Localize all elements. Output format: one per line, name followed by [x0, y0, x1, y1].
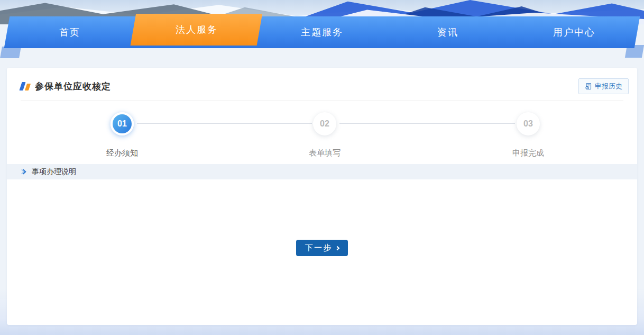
declaration-history-label: 申报历史 — [595, 82, 622, 91]
nav-tab-label: 资讯 — [437, 26, 458, 39]
next-step-label: 下一步 — [305, 243, 332, 253]
nav-bar: 首页 法人服务 主题服务 资讯 用户中心 — [4, 16, 640, 48]
page-title: 参保单位应收核定 — [35, 80, 111, 93]
document-history-icon — [585, 83, 592, 90]
nav-tab-label: 首页 — [59, 26, 80, 39]
nav-tab-news[interactable]: 资讯 — [382, 16, 514, 48]
step-label-2: 表单填写 — [282, 148, 367, 158]
step-circle-3: 03 — [517, 112, 540, 135]
chevron-right-icon — [335, 246, 339, 250]
section-toggle-instructions[interactable]: 事项办理说明 — [7, 164, 637, 179]
double-chevron-right-icon — [20, 168, 27, 176]
next-step-button[interactable]: 下一步 — [296, 240, 348, 256]
main-navigation: 首页 法人服务 主题服务 资讯 用户中心 — [0, 0, 644, 59]
nav-tab-label: 主题服务 — [301, 26, 343, 39]
nav-decorative-tail-left — [0, 47, 21, 58]
nav-tab-label: 用户中心 — [553, 26, 595, 39]
section-toggle-label: 事项办理说明 — [32, 167, 76, 177]
step-circle-2: 02 — [313, 112, 336, 135]
step-label-3: 申报完成 — [486, 148, 571, 158]
double-slanted-bars-icon — [21, 82, 30, 90]
step-number: 03 — [523, 119, 533, 129]
step-circle-1: 01 — [111, 112, 134, 135]
nav-tab-legal-person-services[interactable]: 法人服务 — [131, 14, 262, 46]
nav-tab-theme-services[interactable]: 主题服务 — [256, 16, 388, 48]
header-divider — [21, 101, 623, 101]
nav-tab-label: 法人服务 — [175, 23, 217, 36]
step-connector — [339, 123, 515, 124]
step-label-1: 经办须知 — [80, 148, 164, 158]
nav-tab-home[interactable]: 首页 — [4, 16, 136, 48]
nav-tab-user-center[interactable]: 用户中心 — [508, 16, 640, 48]
step-connector — [137, 123, 312, 124]
step-number: 02 — [320, 119, 329, 129]
title-wrap: 参保单位应收核定 — [21, 80, 111, 93]
content-card: 参保单位应收核定 申报历史 01 02 03 经办须知 表单填写 申 — [7, 68, 637, 325]
card-header: 参保单位应收核定 申报历史 — [21, 77, 629, 95]
declaration-history-button[interactable]: 申报历史 — [578, 78, 629, 94]
step-number: 01 — [117, 119, 127, 129]
